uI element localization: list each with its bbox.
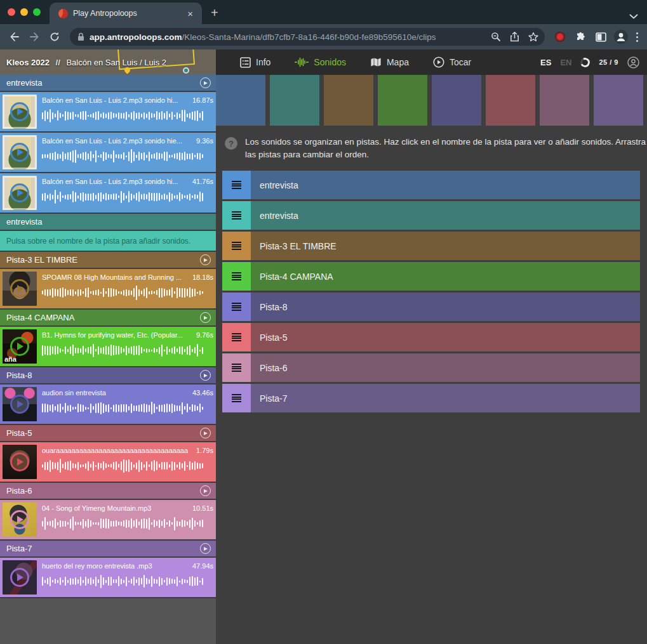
- track-row-body[interactable]: Pista-5: [251, 323, 640, 352]
- close-window-button[interactable]: [8, 8, 15, 16]
- drag-handle[interactable]: [222, 353, 251, 382]
- drag-handle[interactable]: [222, 171, 251, 199]
- track-play-button[interactable]: [200, 428, 211, 438]
- tab-info[interactable]: Info: [240, 57, 270, 68]
- track-header[interactable]: Pista-4 CAMPANA: [0, 310, 216, 325]
- track-play-button[interactable]: [200, 77, 211, 88]
- track-color-swatch[interactable]: [486, 75, 535, 126]
- track-row-body[interactable]: Pista-8: [251, 292, 640, 321]
- clip-item[interactable]: huerto del rey moro entrevista .mp347.94…: [0, 558, 216, 597]
- account-icon[interactable]: [627, 56, 639, 69]
- track-play-button[interactable]: [200, 485, 211, 496]
- reload-button[interactable]: [46, 28, 63, 46]
- track-row[interactable]: Pista-5: [222, 323, 640, 352]
- track-header[interactable]: Pista-3 EL TIMBRE: [0, 252, 216, 268]
- bookmark-star-icon[interactable]: [528, 32, 538, 42]
- tab-mapa[interactable]: Mapa: [370, 57, 409, 67]
- drag-handle[interactable]: [222, 384, 251, 412]
- new-tab-button[interactable]: +: [202, 6, 227, 24]
- track-header[interactable]: Pista-6: [0, 483, 216, 499]
- clip-play-button[interactable]: [10, 279, 29, 298]
- record-extension-icon[interactable]: [551, 28, 569, 46]
- zoom-icon[interactable]: [491, 32, 501, 42]
- forward-button[interactable]: [25, 28, 43, 46]
- minimize-window-button[interactable]: [20, 8, 28, 16]
- track-color-swatch[interactable]: [324, 75, 373, 126]
- clip-item[interactable]: ouaraaaaaaaaaaaaaaaaaaaaaaaaaaaaaaaaaaa.…: [0, 442, 216, 482]
- clip-item[interactable]: 04 - Song of Yimeng Mountain.mp310.51s: [0, 500, 216, 539]
- track-color-swatch[interactable]: [378, 75, 427, 126]
- clip-play-button[interactable]: [10, 452, 29, 471]
- track-row[interactable]: Pista-7: [222, 384, 640, 412]
- clip-play-button[interactable]: [10, 337, 29, 356]
- clip-body: Balcón en San Luis - Luis 2.mp3 sonido h…: [42, 176, 213, 210]
- track-row[interactable]: Pista-3 EL TIMBRE: [222, 232, 640, 260]
- url-text: app.antropoloops.com/Kleos-Santa-Marina/…: [90, 32, 486, 42]
- track-header[interactable]: entrevista: [0, 75, 216, 91]
- side-panel-icon[interactable]: [592, 28, 610, 46]
- track-row-body[interactable]: entrevista: [251, 171, 640, 199]
- track-color-swatch[interactable]: [594, 75, 643, 126]
- tab-sonidos[interactable]: Sonidos: [295, 57, 346, 67]
- track-row-body[interactable]: Pista-3 EL TIMBRE: [251, 232, 640, 260]
- clip-play-button[interactable]: [10, 102, 29, 121]
- track-color-swatch[interactable]: [270, 75, 319, 126]
- track-header[interactable]: Pista-8: [0, 367, 216, 383]
- back-button[interactable]: [5, 28, 23, 46]
- track-play-button[interactable]: [200, 254, 211, 265]
- track-row[interactable]: Pista-8: [222, 292, 640, 321]
- clip-body: huerto del rey moro entrevista .mp347.94…: [42, 560, 213, 595]
- track-play-button[interactable]: [200, 543, 211, 554]
- extensions-puzzle-icon[interactable]: [571, 28, 589, 46]
- track-row-body[interactable]: entrevista: [251, 201, 640, 230]
- drag-handle[interactable]: [222, 262, 251, 291]
- track-header[interactable]: Pista-7: [0, 541, 216, 556]
- track-row[interactable]: entrevista: [222, 171, 640, 199]
- clip-item[interactable]: Balcón en San Luis - Luis 2.mp3 sonido h…: [0, 173, 216, 213]
- track-row[interactable]: entrevista: [222, 201, 640, 230]
- drag-handle[interactable]: [222, 232, 251, 260]
- track-play-button[interactable]: [200, 370, 211, 381]
- drag-handle[interactable]: [222, 292, 251, 321]
- clip-item[interactable]: Balcón en San Luis - Luis 2.mp3 sonido h…: [0, 133, 216, 172]
- clip-play-button[interactable]: [10, 395, 29, 414]
- browser-profile-avatar[interactable]: [612, 28, 630, 46]
- project-name: Kleos 2022: [6, 58, 50, 67]
- drag-handle-icon: [232, 394, 241, 402]
- drag-handle[interactable]: [222, 201, 251, 230]
- clip-item[interactable]: SPOAMR 08 High Mountains and Running ...…: [0, 269, 216, 308]
- track-row-body[interactable]: Pista-7: [251, 384, 640, 412]
- track-row-body[interactable]: Pista-6: [251, 353, 640, 382]
- track-color-swatch[interactable]: [432, 75, 481, 126]
- track-row[interactable]: Pista-6: [222, 353, 640, 382]
- track-play-button[interactable]: [200, 312, 211, 323]
- app-nav: Info Sonidos Mapa Tocar: [216, 56, 471, 68]
- clip-play-button[interactable]: [10, 143, 29, 162]
- lang-es-button[interactable]: ES: [540, 58, 551, 67]
- clip-item[interactable]: añaB1. Hymns for purifying water, Etc. (…: [0, 327, 216, 366]
- track-header[interactable]: entrevista: [0, 214, 216, 230]
- clip-item[interactable]: Balcón en San Luis - Luis 2.mp3 sonido h…: [0, 92, 216, 131]
- track-color-swatch[interactable]: [216, 75, 265, 126]
- header-right: ES EN 25 / 9: [540, 56, 647, 69]
- tab-close-icon[interactable]: ×: [185, 8, 196, 20]
- clip-play-button[interactable]: [10, 510, 29, 529]
- clip-play-button[interactable]: [10, 183, 29, 202]
- lang-en-button[interactable]: EN: [560, 58, 571, 67]
- help-text: Los sonidos se organizan en pistas. Haz …: [245, 136, 647, 161]
- share-icon[interactable]: [510, 32, 519, 42]
- track-row[interactable]: Pista-4 CAMPANA: [222, 262, 640, 291]
- track-color-swatch[interactable]: [540, 75, 589, 126]
- browser-menu-icon[interactable]: [632, 32, 642, 42]
- maximize-window-button[interactable]: [33, 8, 41, 16]
- browser-tab[interactable]: Play Antropoloops ×: [50, 3, 202, 24]
- clip-play-button[interactable]: [10, 568, 29, 587]
- lock-icon[interactable]: [77, 32, 84, 41]
- drag-handle[interactable]: [222, 323, 251, 352]
- track-header[interactable]: Pista-5: [0, 425, 216, 441]
- clip-item[interactable]: audion sin entrevista43.46s: [0, 384, 216, 424]
- track-row-body[interactable]: Pista-4 CAMPANA: [251, 262, 640, 291]
- tab-tocar[interactable]: Tocar: [433, 56, 471, 68]
- tab-search-chevron-icon[interactable]: [629, 14, 638, 19]
- url-bar[interactable]: app.antropoloops.com/Kleos-Santa-Marina/…: [70, 28, 545, 46]
